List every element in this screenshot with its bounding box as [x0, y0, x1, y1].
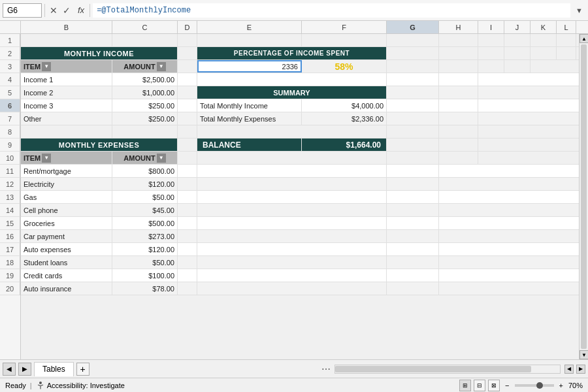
zoom-minus[interactable]: − — [505, 382, 509, 389]
cell-d3[interactable] — [178, 60, 197, 73]
cell-g8[interactable] — [387, 125, 439, 138]
cell-g5[interactable] — [387, 86, 439, 99]
cell-ef10[interactable] — [197, 152, 387, 164]
hscroll-thumb[interactable] — [335, 366, 531, 372]
col-header-e[interactable]: E — [197, 21, 302, 33]
zoom-thumb[interactable] — [536, 382, 543, 389]
cell-h5[interactable] — [439, 86, 478, 99]
expense-row-7-amount[interactable]: $120.00 — [112, 243, 178, 255]
cell-d4[interactable] — [178, 73, 197, 86]
col-header-i[interactable]: I — [478, 21, 504, 33]
cell-reference-box[interactable]: G6 — [3, 3, 42, 18]
col-header-b[interactable]: B — [21, 21, 112, 33]
expense-row-5-item[interactable]: Groceries — [21, 217, 112, 229]
cell-j3[interactable] — [504, 60, 531, 73]
cell-k2[interactable] — [531, 47, 557, 59]
formula-dropdown-icon[interactable]: ▼ — [573, 7, 585, 14]
cell-ef12[interactable] — [197, 178, 387, 190]
cell-k1[interactable] — [531, 34, 557, 46]
cell-j1[interactable] — [504, 34, 531, 46]
cell-g20[interactable] — [387, 282, 439, 295]
col-header-d[interactable]: D — [178, 21, 197, 33]
expense-row-5-amount[interactable]: $500.00 — [112, 217, 178, 229]
cell-d5[interactable] — [178, 86, 197, 99]
cell-ef15[interactable] — [197, 217, 387, 229]
cell-c8[interactable] — [112, 125, 178, 138]
expense-row-4-amount[interactable]: $45.00 — [112, 204, 178, 216]
cell-h6[interactable] — [439, 99, 478, 112]
expense-row-6-amount[interactable]: $273.00 — [112, 230, 178, 242]
cell-g12[interactable] — [387, 178, 439, 190]
page-break-view-btn[interactable]: ⊠ — [488, 380, 500, 391]
formula-input[interactable] — [93, 3, 570, 18]
cell-ef14[interactable] — [197, 204, 387, 216]
expense-row-7-item[interactable]: Auto expenses — [21, 243, 112, 255]
cell-i2[interactable] — [478, 47, 504, 59]
sheet-nav-prev[interactable]: ◀ — [3, 363, 16, 376]
cell-ef4[interactable] — [197, 73, 387, 86]
cell-g16[interactable] — [387, 230, 439, 242]
cell-g13[interactable] — [387, 191, 439, 203]
cell-g19[interactable] — [387, 269, 439, 282]
income-row-3-amount[interactable]: $250.00 — [112, 99, 178, 112]
expense-row-1-amount[interactable]: $800.00 — [112, 165, 178, 177]
page-view-btn[interactable]: ⊟ — [474, 380, 485, 391]
col-header-c[interactable]: C — [112, 21, 178, 33]
cell-ef17[interactable] — [197, 243, 387, 255]
income-row-3-item[interactable]: Income 3 — [21, 99, 112, 112]
expense-row-10-amount[interactable]: $78.00 — [112, 282, 178, 295]
cell-d19[interactable] — [178, 269, 197, 282]
scroll-up-btn[interactable]: ▲ — [580, 34, 588, 43]
expense-row-2-amount[interactable]: $120.00 — [112, 178, 178, 190]
col-header-l[interactable]: L — [557, 21, 576, 33]
cell-g4[interactable] — [387, 73, 439, 86]
cell-d8[interactable] — [178, 125, 197, 138]
cell-d10[interactable] — [178, 152, 197, 164]
expense-row-1-item[interactable]: Rent/mortgage — [21, 165, 112, 177]
cell-h1[interactable] — [439, 34, 478, 46]
cell-f1[interactable] — [302, 34, 387, 46]
sheet-tab-tables[interactable]: Tables — [34, 362, 74, 376]
cell-g15[interactable] — [387, 217, 439, 229]
cell-d17[interactable] — [178, 243, 197, 255]
cell-g14[interactable] — [387, 204, 439, 216]
cell-g2[interactable] — [387, 47, 439, 59]
scroll-right-btn[interactable]: ▶ — [576, 365, 585, 374]
cell-ef19[interactable] — [197, 269, 387, 282]
cell-d6[interactable] — [178, 99, 197, 112]
expense-row-6-item[interactable]: Car payment — [21, 230, 112, 242]
cell-h7[interactable] — [439, 112, 478, 125]
expenses-amount-filter-icon[interactable]: ▼ — [157, 154, 166, 163]
cell-b8[interactable] — [21, 125, 112, 138]
cell-g1[interactable] — [387, 34, 439, 46]
cell-d14[interactable] — [178, 204, 197, 216]
col-header-g[interactable]: G — [387, 21, 439, 33]
sheet-nav-next[interactable]: ▶ — [18, 363, 31, 376]
expense-row-2-item[interactable]: Electricity — [21, 178, 112, 190]
add-sheet-button[interactable]: + — [76, 363, 90, 376]
expenses-item-filter-icon[interactable]: ▼ — [42, 154, 51, 163]
grid-area[interactable]: MONTHLY INCOME PERCENTAGE OF INCOME SPEN… — [21, 34, 579, 359]
cell-h4[interactable] — [439, 73, 478, 86]
expense-row-3-item[interactable]: Gas — [21, 191, 112, 203]
expense-row-3-amount[interactable]: $50.00 — [112, 191, 178, 203]
cell-h3[interactable] — [439, 60, 478, 73]
cell-ef11[interactable] — [197, 165, 387, 177]
cell-d16[interactable] — [178, 230, 197, 242]
income-row-1-item[interactable]: Income 1 — [21, 73, 112, 86]
expense-row-10-item[interactable]: Auto insurance — [21, 282, 112, 295]
cell-ef8[interactable] — [197, 125, 387, 138]
income-row-2-item[interactable]: Income 2 — [21, 86, 112, 99]
vertical-scrollbar[interactable]: ▲ ▼ — [579, 34, 588, 359]
income-row-4-amount[interactable]: $250.00 — [112, 112, 178, 125]
tab-bar-more-options[interactable]: ⋯ — [321, 364, 331, 374]
pct-input[interactable]: 2336 — [197, 60, 302, 73]
cell-d12[interactable] — [178, 178, 197, 190]
col-header-f[interactable]: F — [302, 21, 387, 33]
cell-g7[interactable] — [387, 112, 439, 125]
cell-i3[interactable] — [478, 60, 504, 73]
cell-d15[interactable] — [178, 217, 197, 229]
expense-row-9-item[interactable]: Credit cards — [21, 269, 112, 282]
cell-ef13[interactable] — [197, 191, 387, 203]
cell-ef16[interactable] — [197, 230, 387, 242]
